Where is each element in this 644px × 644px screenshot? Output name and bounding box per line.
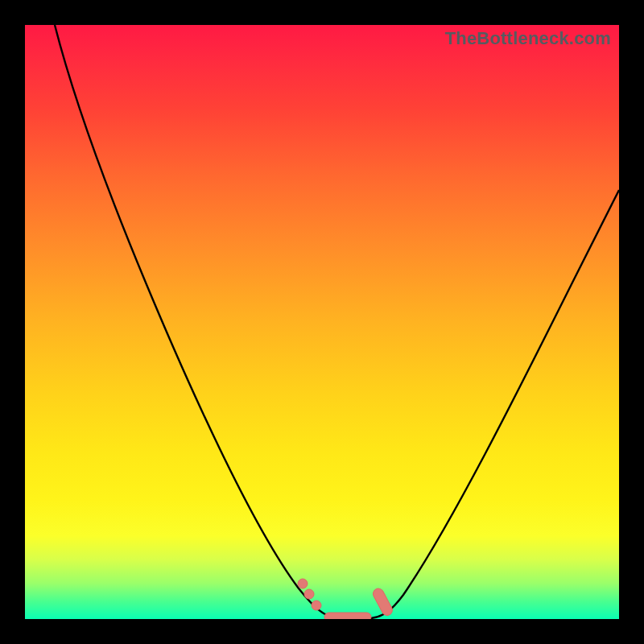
bottleneck-curve [55,25,619,618]
marker-flat-dash [324,613,371,619]
plot-area: TheBottleneck.com [25,25,619,619]
chart-svg [25,25,619,619]
marker-left-dot-3 [312,601,321,610]
marker-group [298,579,394,619]
marker-right-dash [371,587,394,617]
marker-left-dot-1 [298,579,308,588]
marker-left-dot-2 [304,589,314,599]
chart-frame: TheBottleneck.com [0,0,644,644]
